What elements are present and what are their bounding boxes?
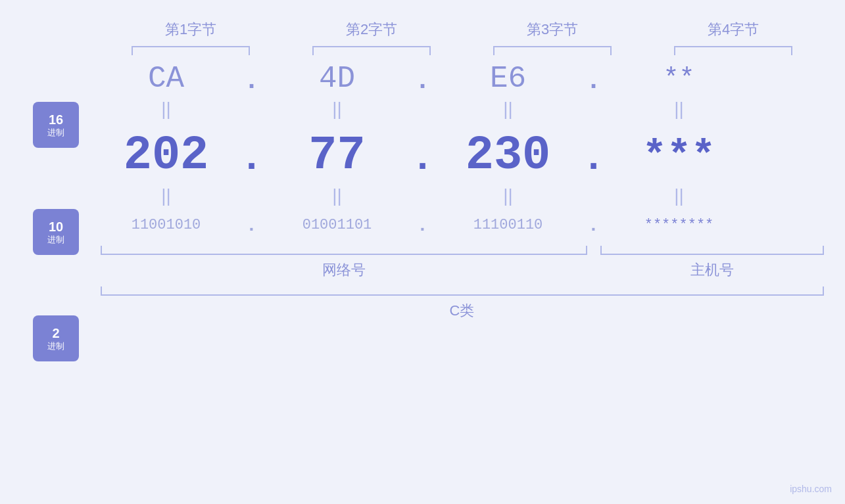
bottom-section: 网络号 主机号 bbox=[101, 246, 824, 280]
hex-dot1: . bbox=[248, 66, 255, 92]
equals-row-2: || || || || bbox=[101, 183, 824, 209]
top-bracket-3 bbox=[493, 46, 612, 55]
byte-header-2: 第2字节 bbox=[306, 20, 437, 39]
bin-byte1: 11001010 bbox=[132, 217, 201, 233]
byte-header-1: 第1字节 bbox=[125, 20, 256, 39]
top-brackets bbox=[101, 46, 824, 55]
hex-label-number: 16 bbox=[49, 112, 63, 127]
top-bracket-4 bbox=[674, 46, 792, 55]
dec-label-text: 进制 bbox=[47, 235, 64, 245]
equals-4: || bbox=[674, 100, 684, 118]
bin-byte2: 01001101 bbox=[302, 217, 372, 233]
bin-label-number: 2 bbox=[52, 325, 59, 341]
host-bracket bbox=[600, 246, 824, 255]
host-label: 主机号 bbox=[600, 260, 824, 280]
bin-dot3: . bbox=[591, 216, 596, 234]
bottom-brackets bbox=[101, 246, 824, 255]
bin-byte3: 11100110 bbox=[473, 217, 543, 233]
hex-byte3: E6 bbox=[490, 62, 526, 96]
byte-header-3: 第3字节 bbox=[487, 20, 618, 39]
hex-byte2: 4D bbox=[319, 62, 355, 96]
equals-row-1: || || || || bbox=[101, 96, 824, 122]
bin-dot2: . bbox=[420, 216, 425, 234]
hex-label-text: 进制 bbox=[47, 127, 64, 138]
equals-1: || bbox=[161, 100, 171, 118]
bin-byte4: ******** bbox=[644, 217, 714, 233]
byte-headers-row: 第1字节 第2字节 第3字节 第4字节 bbox=[101, 20, 824, 39]
hex-byte4: ** bbox=[663, 64, 694, 94]
main-container: 16 进制 10 进制 2 进制 第1字节 第2字节 第3字节 第4字节 CA … bbox=[0, 0, 845, 504]
equals-8: || bbox=[674, 187, 684, 205]
hex-dot3: . bbox=[590, 66, 597, 92]
top-bracket-2 bbox=[312, 46, 431, 55]
equals-7: || bbox=[503, 187, 513, 205]
dec-label-number: 10 bbox=[49, 219, 63, 235]
equals-3: || bbox=[503, 100, 513, 118]
binary-row: 11001010 . 01001101 . 11100110 . *******… bbox=[101, 216, 824, 234]
class-section: C类 bbox=[101, 286, 824, 321]
bottom-labels: 网络号 主机号 bbox=[101, 260, 824, 280]
watermark: ipshu.com bbox=[790, 484, 832, 494]
bin-label: 2 进制 bbox=[33, 315, 79, 361]
dec-byte4: *** bbox=[642, 133, 716, 179]
dec-byte1: 202 bbox=[124, 129, 209, 183]
hex-label: 16 进制 bbox=[33, 102, 79, 148]
hex-row: CA . 4D . E6 . ** bbox=[101, 62, 824, 96]
dec-dot1: . bbox=[246, 136, 257, 175]
decimal-row: 202 . 77 . 230 . *** bbox=[101, 129, 824, 183]
top-bracket-1 bbox=[132, 46, 250, 55]
dec-dot3: . bbox=[588, 136, 599, 175]
byte-header-4: 第4字节 bbox=[667, 20, 799, 39]
dec-byte2: 77 bbox=[308, 129, 365, 183]
bin-label-text: 进制 bbox=[47, 341, 64, 352]
equals-6: || bbox=[332, 187, 342, 205]
network-label: 网络号 bbox=[101, 260, 587, 280]
dec-label: 10 进制 bbox=[33, 209, 79, 255]
equals-2: || bbox=[332, 100, 342, 118]
dec-byte3: 230 bbox=[466, 129, 551, 183]
network-bracket bbox=[101, 246, 587, 255]
class-bracket bbox=[101, 286, 824, 296]
equals-5: || bbox=[161, 187, 171, 205]
dec-dot2: . bbox=[417, 136, 428, 175]
bin-dot1: . bbox=[249, 216, 254, 234]
hex-dot2: . bbox=[419, 66, 426, 92]
hex-byte1: CA bbox=[148, 62, 184, 96]
class-label: C类 bbox=[101, 301, 824, 321]
